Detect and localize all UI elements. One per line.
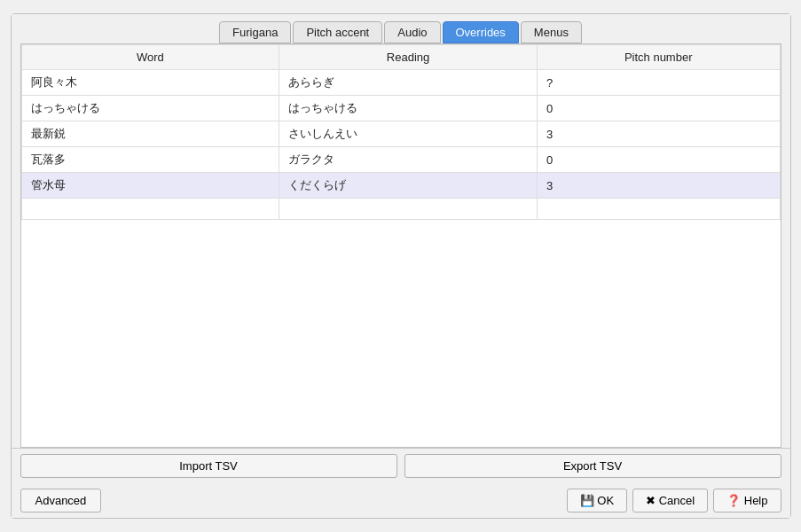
main-window: Furigana Pitch accent Audio Overrides Me… [11, 13, 791, 519]
tsv-bar: Import TSV Export TSV [12, 448, 790, 483]
import-tsv-button[interactable]: Import TSV [20, 454, 397, 478]
cell-pitch: ? [537, 70, 780, 96]
tab-furigana[interactable]: Furigana [219, 21, 291, 43]
cell-pitch: 0 [537, 96, 780, 121]
col-header-reading: Reading [279, 45, 538, 70]
col-header-pitch: Pitch number [537, 45, 780, 70]
col-header-word: Word [21, 45, 279, 70]
table-wrapper: Word Reading Pitch number 阿良々木あららぎ?はっちゃけ… [21, 44, 781, 447]
cell-word: 阿良々木 [21, 70, 279, 96]
cancel-button[interactable]: ✖ Cancel [632, 489, 708, 512]
cell-reading: ガラクタ [279, 147, 538, 173]
table-header-row: Word Reading Pitch number [21, 45, 780, 70]
cell-word: 瓦落多 [21, 147, 279, 173]
table-row[interactable]: 阿良々木あららぎ? [21, 70, 780, 96]
cell-reading: さいしんえい [279, 121, 538, 147]
cell-pitch: 0 [537, 147, 780, 173]
footer-right: 💾 OK ✖ Cancel ❓ Help [567, 489, 781, 512]
tab-audio[interactable]: Audio [384, 21, 440, 43]
cell-pitch: 3 [537, 173, 780, 199]
table-row[interactable]: はっちゃけるはっちゃける0 [21, 96, 780, 121]
cell-pitch: 3 [537, 121, 780, 147]
cell-word: はっちゃける [21, 96, 279, 121]
content-area: Word Reading Pitch number 阿良々木あららぎ?はっちゃけ… [20, 43, 781, 448]
cell-reading: くだくらげ [279, 173, 538, 199]
help-button[interactable]: ❓ Help [713, 489, 781, 512]
overrides-table: Word Reading Pitch number 阿良々木あららぎ?はっちゃけ… [21, 44, 781, 220]
tab-overrides[interactable]: Overrides [443, 21, 519, 43]
export-tsv-button[interactable]: Export TSV [404, 454, 781, 478]
table-row-empty [21, 199, 780, 220]
tab-menus[interactable]: Menus [521, 21, 582, 43]
table-row[interactable]: 瓦落多ガラクタ0 [21, 147, 780, 173]
ok-button[interactable]: 💾 OK [567, 489, 627, 512]
cell-word: 最新鋭 [21, 121, 279, 147]
footer-bar: Advanced 💾 OK ✖ Cancel ❓ Help [12, 483, 790, 518]
cell-reading: あららぎ [279, 70, 538, 96]
advanced-button[interactable]: Advanced [20, 489, 102, 512]
tab-bar: Furigana Pitch accent Audio Overrides Me… [12, 14, 790, 43]
table-row[interactable]: 管水母くだくらげ3 [21, 173, 780, 199]
tab-pitch-accent[interactable]: Pitch accent [293, 21, 382, 43]
cell-reading: はっちゃける [279, 96, 538, 121]
cell-word: 管水母 [21, 173, 279, 199]
table-row[interactable]: 最新鋭さいしんえい3 [21, 121, 780, 147]
